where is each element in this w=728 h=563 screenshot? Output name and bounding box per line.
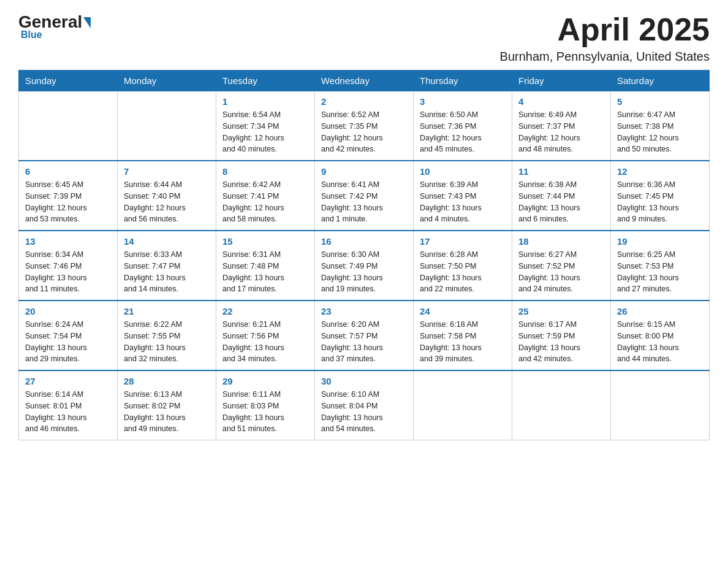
header-monday: Monday — [118, 71, 216, 91]
day-number: 12 — [617, 166, 703, 177]
day-number: 14 — [124, 236, 210, 247]
table-row: 20Sunrise: 6:24 AM Sunset: 7:54 PM Dayli… — [19, 301, 118, 370]
day-info: Sunrise: 6:41 AM Sunset: 7:42 PM Dayligh… — [321, 179, 407, 225]
table-row — [19, 91, 118, 161]
day-number: 17 — [420, 236, 506, 247]
logo: General Blue — [18, 12, 91, 40]
day-number: 8 — [222, 166, 308, 177]
day-info: Sunrise: 6:34 AM Sunset: 7:46 PM Dayligh… — [25, 249, 111, 295]
calendar-week-row: 27Sunrise: 6:14 AM Sunset: 8:01 PM Dayli… — [19, 370, 710, 440]
table-row: 19Sunrise: 6:25 AM Sunset: 7:53 PM Dayli… — [611, 231, 710, 301]
calendar-week-row: 20Sunrise: 6:24 AM Sunset: 7:54 PM Dayli… — [19, 301, 710, 370]
day-number: 24 — [420, 306, 506, 316]
table-row: 4Sunrise: 6:49 AM Sunset: 7:37 PM Daylig… — [512, 91, 611, 161]
calendar-header-row: Sunday Monday Tuesday Wednesday Thursday… — [19, 71, 710, 91]
table-row: 27Sunrise: 6:14 AM Sunset: 8:01 PM Dayli… — [19, 370, 118, 440]
day-info: Sunrise: 6:10 AM Sunset: 8:04 PM Dayligh… — [321, 389, 407, 435]
day-info: Sunrise: 6:31 AM Sunset: 7:48 PM Dayligh… — [222, 249, 308, 295]
day-number: 2 — [321, 96, 407, 107]
calendar-week-row: 13Sunrise: 6:34 AM Sunset: 7:46 PM Dayli… — [19, 231, 710, 301]
page-header: General Blue April 2025 Burnham, Pennsyl… — [18, 12, 710, 64]
table-row: 9Sunrise: 6:41 AM Sunset: 7:42 PM Daylig… — [315, 161, 414, 231]
day-number: 26 — [617, 306, 703, 316]
table-row: 21Sunrise: 6:22 AM Sunset: 7:55 PM Dayli… — [118, 301, 216, 370]
table-row: 10Sunrise: 6:39 AM Sunset: 7:43 PM Dayli… — [414, 161, 512, 231]
day-info: Sunrise: 6:54 AM Sunset: 7:34 PM Dayligh… — [222, 109, 308, 155]
table-row: 3Sunrise: 6:50 AM Sunset: 7:36 PM Daylig… — [414, 91, 512, 161]
calendar-week-row: 1Sunrise: 6:54 AM Sunset: 7:34 PM Daylig… — [19, 91, 710, 161]
header-saturday: Saturday — [611, 71, 710, 91]
table-row: 26Sunrise: 6:15 AM Sunset: 8:00 PM Dayli… — [611, 301, 710, 370]
day-info: Sunrise: 6:11 AM Sunset: 8:03 PM Dayligh… — [222, 389, 308, 435]
day-number: 28 — [124, 376, 210, 386]
day-number: 5 — [617, 96, 703, 107]
calendar-week-row: 6Sunrise: 6:45 AM Sunset: 7:39 PM Daylig… — [19, 161, 710, 231]
day-number: 11 — [518, 166, 604, 177]
day-number: 19 — [617, 236, 703, 247]
table-row: 15Sunrise: 6:31 AM Sunset: 7:48 PM Dayli… — [216, 231, 315, 301]
day-number: 13 — [25, 236, 111, 247]
day-number: 25 — [518, 306, 604, 316]
table-row: 23Sunrise: 6:20 AM Sunset: 7:57 PM Dayli… — [315, 301, 414, 370]
day-info: Sunrise: 6:25 AM Sunset: 7:53 PM Dayligh… — [617, 249, 703, 295]
table-row: 24Sunrise: 6:18 AM Sunset: 7:58 PM Dayli… — [414, 301, 512, 370]
day-number: 10 — [420, 166, 506, 177]
table-row: 17Sunrise: 6:28 AM Sunset: 7:50 PM Dayli… — [414, 231, 512, 301]
day-number: 7 — [124, 166, 210, 177]
month-title: April 2025 — [500, 12, 710, 47]
table-row: 1Sunrise: 6:54 AM Sunset: 7:34 PM Daylig… — [216, 91, 315, 161]
header-friday: Friday — [512, 71, 611, 91]
day-info: Sunrise: 6:49 AM Sunset: 7:37 PM Dayligh… — [518, 109, 604, 155]
logo-triangle-icon — [83, 17, 91, 28]
table-row: 6Sunrise: 6:45 AM Sunset: 7:39 PM Daylig… — [19, 161, 118, 231]
day-number: 18 — [518, 236, 604, 247]
day-number: 20 — [25, 306, 111, 316]
table-row: 18Sunrise: 6:27 AM Sunset: 7:52 PM Dayli… — [512, 231, 611, 301]
day-number: 6 — [25, 166, 111, 177]
day-info: Sunrise: 6:42 AM Sunset: 7:41 PM Dayligh… — [222, 179, 308, 225]
table-row: 7Sunrise: 6:44 AM Sunset: 7:40 PM Daylig… — [118, 161, 216, 231]
day-number: 23 — [321, 306, 407, 316]
day-info: Sunrise: 6:24 AM Sunset: 7:54 PM Dayligh… — [25, 319, 111, 365]
day-info: Sunrise: 6:39 AM Sunset: 7:43 PM Dayligh… — [420, 179, 506, 225]
day-info: Sunrise: 6:14 AM Sunset: 8:01 PM Dayligh… — [25, 389, 111, 435]
day-number: 21 — [124, 306, 210, 316]
day-info: Sunrise: 6:47 AM Sunset: 7:38 PM Dayligh… — [617, 109, 703, 155]
day-info: Sunrise: 6:15 AM Sunset: 8:00 PM Dayligh… — [617, 319, 703, 365]
day-number: 27 — [25, 376, 111, 386]
day-number: 3 — [420, 96, 506, 107]
table-row: 13Sunrise: 6:34 AM Sunset: 7:46 PM Dayli… — [19, 231, 118, 301]
table-row: 5Sunrise: 6:47 AM Sunset: 7:38 PM Daylig… — [611, 91, 710, 161]
day-number: 15 — [222, 236, 308, 247]
day-info: Sunrise: 6:52 AM Sunset: 7:35 PM Dayligh… — [321, 109, 407, 155]
day-info: Sunrise: 6:13 AM Sunset: 8:02 PM Dayligh… — [124, 389, 210, 435]
day-number: 30 — [321, 376, 407, 386]
table-row: 28Sunrise: 6:13 AM Sunset: 8:02 PM Dayli… — [118, 370, 216, 440]
day-number: 4 — [518, 96, 604, 107]
table-row: 16Sunrise: 6:30 AM Sunset: 7:49 PM Dayli… — [315, 231, 414, 301]
table-row: 12Sunrise: 6:36 AM Sunset: 7:45 PM Dayli… — [611, 161, 710, 231]
table-row — [512, 370, 611, 440]
header-thursday: Thursday — [414, 71, 512, 91]
table-row: 11Sunrise: 6:38 AM Sunset: 7:44 PM Dayli… — [512, 161, 611, 231]
table-row — [118, 91, 216, 161]
day-info: Sunrise: 6:18 AM Sunset: 7:58 PM Dayligh… — [420, 319, 506, 365]
day-info: Sunrise: 6:22 AM Sunset: 7:55 PM Dayligh… — [124, 319, 210, 365]
header-tuesday: Tuesday — [216, 71, 315, 91]
table-row: 30Sunrise: 6:10 AM Sunset: 8:04 PM Dayli… — [315, 370, 414, 440]
table-row — [611, 370, 710, 440]
table-row: 8Sunrise: 6:42 AM Sunset: 7:41 PM Daylig… — [216, 161, 315, 231]
day-info: Sunrise: 6:20 AM Sunset: 7:57 PM Dayligh… — [321, 319, 407, 365]
table-row: 29Sunrise: 6:11 AM Sunset: 8:03 PM Dayli… — [216, 370, 315, 440]
day-number: 22 — [222, 306, 308, 316]
day-info: Sunrise: 6:30 AM Sunset: 7:49 PM Dayligh… — [321, 249, 407, 295]
header-wednesday: Wednesday — [315, 71, 414, 91]
day-info: Sunrise: 6:45 AM Sunset: 7:39 PM Dayligh… — [25, 179, 111, 225]
location-title: Burnham, Pennsylvania, United States — [500, 50, 710, 64]
day-info: Sunrise: 6:28 AM Sunset: 7:50 PM Dayligh… — [420, 249, 506, 295]
table-row: 22Sunrise: 6:21 AM Sunset: 7:56 PM Dayli… — [216, 301, 315, 370]
table-row: 25Sunrise: 6:17 AM Sunset: 7:59 PM Dayli… — [512, 301, 611, 370]
day-info: Sunrise: 6:33 AM Sunset: 7:47 PM Dayligh… — [124, 249, 210, 295]
logo-subtitle: Blue — [21, 29, 42, 40]
day-info: Sunrise: 6:21 AM Sunset: 7:56 PM Dayligh… — [222, 319, 308, 365]
